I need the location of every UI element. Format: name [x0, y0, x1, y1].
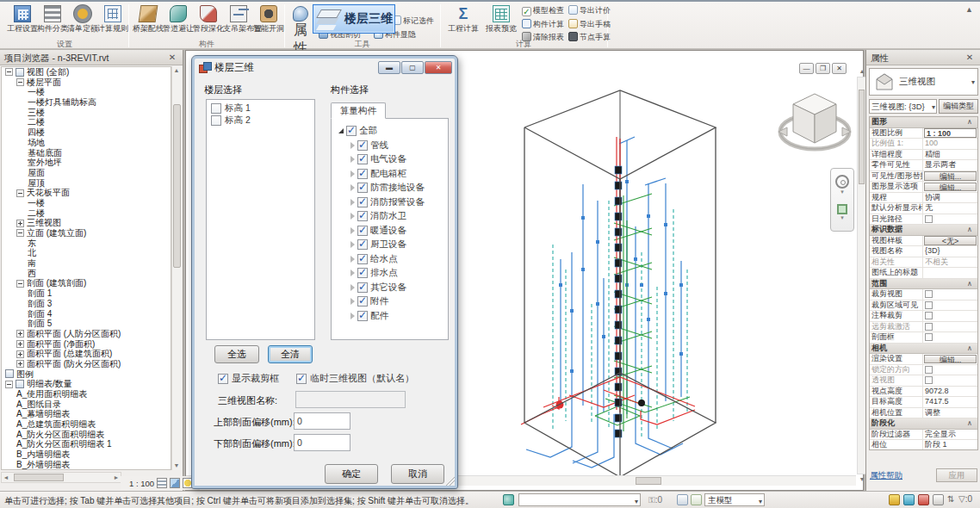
- component-checkbox[interactable]: [357, 211, 368, 221]
- expand-icon[interactable]: [350, 227, 355, 234]
- collapse-icon[interactable]: [5, 68, 13, 76]
- property-checkbox[interactable]: [925, 366, 933, 374]
- property-checkbox[interactable]: [925, 301, 933, 309]
- collapse-icon[interactable]: [16, 229, 24, 237]
- view-close-icon[interactable]: ✕: [832, 63, 847, 74]
- apply-button[interactable]: 应用: [936, 468, 977, 482]
- export-manuscript-button[interactable]: 导出手稿: [568, 19, 611, 30]
- tree-item[interactable]: B_外墙明细表: [2, 460, 171, 470]
- property-edit-button[interactable]: <无>: [924, 236, 977, 245]
- cancel-button[interactable]: 取消: [391, 464, 444, 484]
- tree-item[interactable]: 场地: [2, 138, 171, 148]
- ribbon-minimize-icon[interactable]: ▲: [965, 5, 973, 14]
- component-tree-item[interactable]: 消防报警设备: [332, 195, 448, 210]
- show-crop-checkbox-box[interactable]: [218, 374, 228, 384]
- floor-item[interactable]: 标高 2: [208, 115, 313, 127]
- expand-icon[interactable]: [350, 284, 355, 291]
- floor-3d-button[interactable]: 楼层三维: [313, 4, 395, 34]
- property-value[interactable]: 阶段 1: [923, 440, 977, 450]
- property-checkbox[interactable]: [925, 290, 933, 298]
- expand-icon[interactable]: [16, 220, 24, 227]
- component-tree[interactable]: 全部管线电气设备配电箱柜防雷接地设备消防报警设备消防水卫暖通设备厨卫设备给水点排…: [331, 118, 449, 340]
- property-checkbox[interactable]: [925, 312, 933, 319]
- component-calc-button[interactable]: 构件计算: [522, 19, 564, 30]
- tree-item[interactable]: 二楼: [2, 117, 171, 127]
- expand-icon[interactable]: [350, 298, 355, 305]
- calc-rules-button[interactable]: 计算规则: [97, 4, 128, 39]
- tree-item[interactable]: 楼层平面: [2, 77, 171, 88]
- project-browser-hscrollbar[interactable]: ◄ ►: [1, 472, 121, 483]
- collapse-icon[interactable]: [5, 381, 13, 388]
- tree-item[interactable]: 面积平面 (总建筑面积): [2, 349, 171, 359]
- component-tree-item[interactable]: 给水点: [332, 252, 448, 267]
- property-value[interactable]: 显示两者: [923, 160, 977, 170]
- expand-icon[interactable]: [16, 350, 24, 358]
- properties-help-link[interactable]: 属性帮助: [870, 470, 902, 481]
- section-collapse-icon[interactable]: ∧: [967, 279, 977, 289]
- show-crop-checkbox[interactable]: 显示裁剪框: [218, 372, 279, 385]
- edit-type-button[interactable]: 编辑类型: [939, 99, 978, 114]
- tree-item[interactable]: 四楼: [2, 127, 171, 138]
- component-checkbox[interactable]: [357, 197, 368, 208]
- component-tree-item[interactable]: 其它设备: [332, 281, 448, 295]
- expand-icon[interactable]: [16, 330, 24, 338]
- property-checkbox[interactable]: [925, 333, 933, 341]
- properties-close-icon[interactable]: ✕: [964, 50, 976, 65]
- expand-icon[interactable]: [350, 199, 355, 206]
- properties-button[interactable]: 属性: [288, 4, 313, 39]
- component-checkbox[interactable]: [357, 239, 368, 250]
- exclude-options-icon[interactable]: [918, 494, 929, 505]
- tree-item[interactable]: A_使用面积明细表: [2, 389, 171, 400]
- editable-only-icon[interactable]: [503, 494, 514, 505]
- property-value[interactable]: 协调: [923, 193, 977, 203]
- viewcube[interactable]: [776, 78, 853, 164]
- workset-dialog-icon[interactable]: [677, 494, 688, 505]
- expand-icon[interactable]: [350, 269, 355, 276]
- component-checkbox[interactable]: [357, 282, 368, 293]
- upper-offset-field[interactable]: 0: [294, 412, 350, 430]
- tree-item[interactable]: 剖面 4: [2, 309, 171, 319]
- type-dropdown-icon[interactable]: ▾: [971, 78, 975, 86]
- tree-item[interactable]: A_总建筑面积明细表: [2, 419, 171, 430]
- expand-icon[interactable]: [350, 313, 355, 319]
- project-browser-close-icon[interactable]: ✕: [166, 50, 178, 65]
- view-restore-icon[interactable]: ❐: [816, 63, 830, 74]
- floor-checkbox[interactable]: [211, 103, 221, 114]
- model-check-button[interactable]: ✓模型检查: [522, 5, 564, 16]
- component-category-button[interactable]: 构件分类: [37, 4, 68, 39]
- tree-item[interactable]: 三楼: [2, 108, 171, 118]
- expand-icon[interactable]: [350, 170, 355, 177]
- tree-item[interactable]: 东: [2, 239, 171, 249]
- component-tree-item[interactable]: 配件: [332, 309, 448, 324]
- floor-list[interactable]: 标高 1标高 2: [206, 99, 315, 340]
- property-value[interactable]: 100: [923, 139, 977, 149]
- tree-item[interactable]: A_防火分区面积明细表: [2, 430, 171, 440]
- cable-tray-button[interactable]: 桥架配线: [133, 4, 164, 39]
- expand-icon[interactable]: [350, 184, 355, 191]
- section-collapse-icon[interactable]: ∧: [967, 418, 977, 429]
- property-edit-button[interactable]: 编辑...: [924, 355, 977, 364]
- expand-icon[interactable]: [16, 360, 24, 368]
- tree-item[interactable]: 面积平面 (防火分区面积): [2, 359, 171, 369]
- property-value[interactable]: 9072.8: [923, 387, 977, 397]
- export-pricing-button[interactable]: 导出计价: [568, 5, 611, 16]
- tree-item[interactable]: B_内墙明细表: [2, 449, 171, 460]
- property-value[interactable]: {3D}: [923, 246, 977, 257]
- collapse-icon[interactable]: [16, 280, 24, 288]
- mark-option-button[interactable]: 标记选件: [392, 15, 434, 27]
- tree-item[interactable]: 一楼: [2, 87, 171, 97]
- component-tree-item[interactable]: 防雷接地设备: [332, 181, 448, 195]
- property-value[interactable]: 无: [923, 203, 977, 214]
- tab-quantity-components[interactable]: 算量构件: [331, 102, 386, 119]
- design-option-dialog-icon[interactable]: [691, 494, 702, 505]
- tree-item[interactable]: 屋顶: [2, 178, 171, 189]
- smart-opening-button[interactable]: 智能开洞: [253, 4, 284, 39]
- component-checkbox[interactable]: [357, 183, 368, 193]
- tree-item[interactable]: 面积平面 (净面积): [2, 339, 171, 350]
- property-edit-button[interactable]: 编辑...: [924, 183, 977, 192]
- clear-all-button[interactable]: 全清: [268, 345, 313, 363]
- floor-item[interactable]: 标高 1: [208, 102, 313, 115]
- tree-item[interactable]: 视图 (全部): [2, 67, 171, 77]
- dialog-close-icon[interactable]: ✕: [425, 61, 452, 74]
- property-edit-button[interactable]: 编辑...: [924, 171, 977, 181]
